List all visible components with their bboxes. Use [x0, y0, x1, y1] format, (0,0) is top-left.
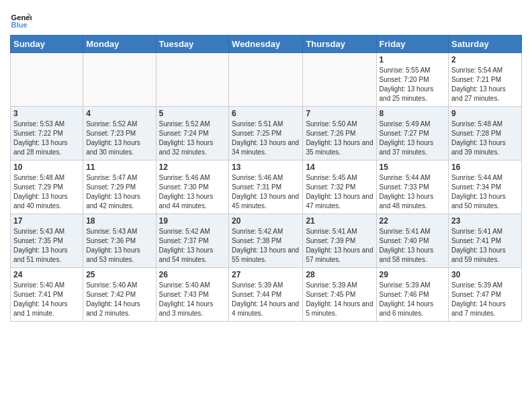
- day-info: Sunrise: 5:51 AMSunset: 7:25 PMDaylight:…: [232, 120, 300, 157]
- day-cell: [303, 53, 376, 107]
- day-number: 8: [380, 109, 446, 118]
- day-cell: 8Sunrise: 5:49 AMSunset: 7:27 PMDaylight…: [376, 107, 449, 161]
- week-row-5: 24Sunrise: 5:40 AMSunset: 7:41 PMDayligh…: [11, 268, 522, 322]
- calendar: SundayMondayTuesdayWednesdayThursdayFrid…: [10, 35, 522, 322]
- weekday-header-monday: Monday: [83, 36, 156, 53]
- day-info: Sunrise: 5:55 AMSunset: 7:20 PMDaylight:…: [380, 66, 446, 103]
- day-cell: 26Sunrise: 5:40 AMSunset: 7:43 PMDayligh…: [156, 268, 229, 322]
- day-number: 30: [451, 270, 519, 279]
- day-cell: 7Sunrise: 5:50 AMSunset: 7:26 PMDaylight…: [303, 107, 376, 161]
- day-info: Sunrise: 5:39 AMSunset: 7:45 PMDaylight:…: [306, 281, 373, 318]
- day-number: 13: [232, 163, 300, 172]
- day-number: 3: [13, 109, 80, 118]
- day-info: Sunrise: 5:39 AMSunset: 7:46 PMDaylight:…: [380, 281, 446, 318]
- day-cell: 18Sunrise: 5:43 AMSunset: 7:36 PMDayligh…: [83, 214, 156, 268]
- day-info: Sunrise: 5:40 AMSunset: 7:41 PMDaylight:…: [13, 281, 80, 318]
- day-cell: 13Sunrise: 5:46 AMSunset: 7:31 PMDayligh…: [229, 161, 303, 214]
- day-cell: 14Sunrise: 5:45 AMSunset: 7:32 PMDayligh…: [303, 161, 376, 214]
- day-info: Sunrise: 5:47 AMSunset: 7:29 PMDaylight:…: [86, 173, 152, 211]
- day-number: 27: [232, 270, 300, 279]
- day-cell: [156, 53, 229, 107]
- day-cell: [83, 53, 156, 107]
- day-info: Sunrise: 5:44 AMSunset: 7:33 PMDaylight:…: [380, 173, 446, 211]
- day-cell: 19Sunrise: 5:42 AMSunset: 7:37 PMDayligh…: [156, 214, 229, 268]
- day-cell: 29Sunrise: 5:39 AMSunset: 7:46 PMDayligh…: [376, 268, 449, 322]
- day-number: 19: [159, 216, 226, 226]
- week-row-4: 17Sunrise: 5:43 AMSunset: 7:35 PMDayligh…: [11, 214, 522, 268]
- day-number: 18: [86, 216, 152, 226]
- day-info: Sunrise: 5:52 AMSunset: 7:24 PMDaylight:…: [159, 120, 226, 157]
- day-cell: 30Sunrise: 5:39 AMSunset: 7:47 PMDayligh…: [449, 268, 522, 322]
- day-number: 20: [232, 216, 300, 226]
- day-number: 7: [306, 109, 373, 118]
- day-number: 16: [451, 163, 519, 172]
- week-row-2: 3Sunrise: 5:53 AMSunset: 7:22 PMDaylight…: [11, 107, 522, 161]
- day-info: Sunrise: 5:45 AMSunset: 7:32 PMDaylight:…: [306, 173, 373, 211]
- day-number: 6: [232, 109, 300, 118]
- day-info: Sunrise: 5:43 AMSunset: 7:36 PMDaylight:…: [86, 227, 152, 265]
- day-cell: 4Sunrise: 5:52 AMSunset: 7:23 PMDaylight…: [83, 107, 156, 161]
- day-cell: 22Sunrise: 5:41 AMSunset: 7:40 PMDayligh…: [376, 214, 449, 268]
- weekday-header-saturday: Saturday: [449, 36, 522, 53]
- day-info: Sunrise: 5:50 AMSunset: 7:26 PMDaylight:…: [306, 120, 373, 157]
- day-cell: [229, 53, 303, 107]
- day-info: Sunrise: 5:40 AMSunset: 7:42 PMDaylight:…: [86, 281, 152, 318]
- day-cell: 9Sunrise: 5:48 AMSunset: 7:28 PMDaylight…: [449, 107, 522, 161]
- day-number: 11: [86, 163, 152, 172]
- day-info: Sunrise: 5:48 AMSunset: 7:28 PMDaylight:…: [451, 120, 519, 157]
- day-number: 22: [380, 216, 446, 226]
- day-number: 24: [13, 270, 80, 279]
- day-number: 28: [306, 270, 373, 279]
- day-number: 21: [306, 216, 373, 226]
- day-cell: 15Sunrise: 5:44 AMSunset: 7:33 PMDayligh…: [376, 161, 449, 214]
- day-cell: 12Sunrise: 5:46 AMSunset: 7:30 PMDayligh…: [156, 161, 229, 214]
- day-number: 14: [306, 163, 373, 172]
- day-cell: 20Sunrise: 5:42 AMSunset: 7:38 PMDayligh…: [229, 214, 303, 268]
- day-number: 15: [380, 163, 446, 172]
- logo-icon: General Blue: [10, 9, 32, 31]
- day-number: 2: [451, 55, 519, 64]
- day-info: Sunrise: 5:52 AMSunset: 7:23 PMDaylight:…: [86, 120, 152, 157]
- day-cell: 25Sunrise: 5:40 AMSunset: 7:42 PMDayligh…: [83, 268, 156, 322]
- day-cell: [11, 53, 83, 107]
- weekday-header-row: SundayMondayTuesdayWednesdayThursdayFrid…: [11, 36, 522, 53]
- day-info: Sunrise: 5:54 AMSunset: 7:21 PMDaylight:…: [451, 66, 519, 103]
- weekday-header-friday: Friday: [376, 36, 449, 53]
- day-cell: 2Sunrise: 5:54 AMSunset: 7:21 PMDaylight…: [449, 53, 522, 107]
- day-cell: 3Sunrise: 5:53 AMSunset: 7:22 PMDaylight…: [11, 107, 83, 161]
- day-number: 23: [451, 216, 519, 226]
- day-info: Sunrise: 5:42 AMSunset: 7:38 PMDaylight:…: [232, 227, 300, 265]
- day-number: 12: [159, 163, 226, 172]
- day-cell: 11Sunrise: 5:47 AMSunset: 7:29 PMDayligh…: [83, 161, 156, 214]
- day-info: Sunrise: 5:46 AMSunset: 7:30 PMDaylight:…: [159, 173, 226, 211]
- weekday-header-tuesday: Tuesday: [156, 36, 229, 53]
- day-number: 29: [380, 270, 446, 279]
- day-cell: 28Sunrise: 5:39 AMSunset: 7:45 PMDayligh…: [303, 268, 376, 322]
- day-number: 26: [159, 270, 226, 279]
- week-row-3: 10Sunrise: 5:48 AMSunset: 7:29 PMDayligh…: [11, 161, 522, 214]
- day-info: Sunrise: 5:41 AMSunset: 7:39 PMDaylight:…: [306, 227, 373, 265]
- day-cell: 16Sunrise: 5:44 AMSunset: 7:34 PMDayligh…: [449, 161, 522, 214]
- day-number: 1: [380, 55, 446, 64]
- day-info: Sunrise: 5:46 AMSunset: 7:31 PMDaylight:…: [232, 173, 300, 211]
- day-info: Sunrise: 5:41 AMSunset: 7:40 PMDaylight:…: [380, 227, 446, 265]
- day-info: Sunrise: 5:42 AMSunset: 7:37 PMDaylight:…: [159, 227, 226, 265]
- day-info: Sunrise: 5:39 AMSunset: 7:47 PMDaylight:…: [451, 281, 519, 318]
- weekday-header-sunday: Sunday: [11, 36, 83, 53]
- day-number: 5: [159, 109, 226, 118]
- day-cell: 27Sunrise: 5:39 AMSunset: 7:44 PMDayligh…: [229, 268, 303, 322]
- day-info: Sunrise: 5:48 AMSunset: 7:29 PMDaylight:…: [13, 173, 80, 211]
- weekday-header-thursday: Thursday: [303, 36, 376, 53]
- day-number: 4: [86, 109, 152, 118]
- day-info: Sunrise: 5:44 AMSunset: 7:34 PMDaylight:…: [451, 173, 519, 211]
- day-cell: 1Sunrise: 5:55 AMSunset: 7:20 PMDaylight…: [376, 53, 449, 107]
- day-info: Sunrise: 5:39 AMSunset: 7:44 PMDaylight:…: [232, 281, 300, 318]
- day-number: 9: [451, 109, 519, 118]
- day-cell: 24Sunrise: 5:40 AMSunset: 7:41 PMDayligh…: [11, 268, 83, 322]
- day-number: 10: [13, 163, 80, 172]
- weekday-header-wednesday: Wednesday: [229, 36, 303, 53]
- logo: General Blue: [10, 9, 34, 31]
- day-cell: 21Sunrise: 5:41 AMSunset: 7:39 PMDayligh…: [303, 214, 376, 268]
- day-cell: 6Sunrise: 5:51 AMSunset: 7:25 PMDaylight…: [229, 107, 303, 161]
- day-cell: 5Sunrise: 5:52 AMSunset: 7:24 PMDaylight…: [156, 107, 229, 161]
